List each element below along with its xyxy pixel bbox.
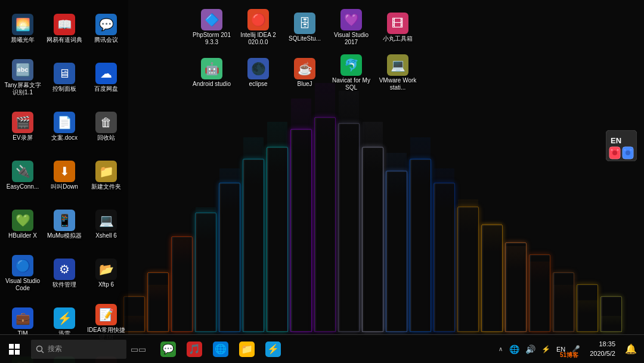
desktop-icon[interactable]: 💻Xshell 6 [86,201,126,248]
viz-bar [314,117,336,332]
svg-point-8 [624,149,626,151]
task-view-button[interactable]: ▭▭ [126,335,150,364]
desktop-icon[interactable]: 🎬EV录屏 [2,103,43,150]
blog-badge: 51博客 [560,351,578,359]
icon-image: 🔵 [12,255,33,276]
pinned-app[interactable]: 🌐 [208,335,234,364]
icon-label: PhpStorm 2019.3.3 [193,32,231,46]
pinned-app[interactable]: ⚡ [260,335,286,364]
icon-label: 回收站 [97,134,115,141]
desktop-icon[interactable]: ⬇叫叫Down [44,152,85,199]
viz-bar [338,123,360,332]
tray-network[interactable]: 🌐 [507,335,521,364]
desktop-icon[interactable]: 🌑eclipse [235,50,281,96]
viz-bar [600,296,622,332]
icon-label: MuMu模拟器 [47,232,82,239]
taskbar-search[interactable]: 搜索 [31,340,126,359]
viz-bar [290,129,312,332]
viz-bar [267,147,288,332]
icon-image: 📝 [95,304,117,325]
icon-label: EasyConn... [7,183,39,190]
desktop-icon[interactable]: 🖥控制面板 [44,54,85,101]
icon-label: 网易有道词典 [47,36,82,44]
icon-image: 🗄 [294,13,315,34]
pinned-app[interactable]: 📁 [234,335,260,364]
desktop-icon[interactable]: 📄文案.docx [44,103,85,150]
viz-bar [171,236,193,332]
desktop-icon[interactable]: 🗄SQLiteStu... [281,5,328,50]
icon-image: 🤖 [201,58,222,79]
svg-point-7 [617,149,619,151]
icon-image: 💼 [12,307,33,329]
system-clock[interactable]: 18:35 2020/5/2 [585,340,620,358]
desktop-icon[interactable]: 💚HBuilder X [2,201,43,248]
input-method-indicator: EN [606,130,637,161]
icon-image: ⬇ [54,161,75,182]
viz-bar [195,213,216,332]
icon-label: 腾讯会议 [94,36,118,44]
desktop-icon[interactable]: 🗑回收站 [86,103,126,150]
desktop-icon[interactable]: 💻VMware Workstati... [374,50,421,96]
tray-chevron[interactable]: ∧ [496,335,505,364]
start-button[interactable] [0,335,29,364]
icon-image: 🔌 [12,161,33,182]
notification-center[interactable]: 🔔 [623,335,639,364]
icon-label: Visual Studio 2017 [332,32,370,46]
desktop-icon[interactable]: 🎞小丸工具箱 [374,5,421,50]
desktop-icon[interactable]: 🤖Android studio [188,50,235,96]
svg-point-6 [611,149,613,151]
desktop-icon[interactable]: 💬腾讯会议 [86,5,126,53]
desktop-icon[interactable]: 🔤Tany屏幕文字识别1.1 [2,54,43,101]
desktop-icon[interactable]: 🔴Intellij IDEA 2020.0.0 [235,5,281,50]
icon-label: Intellij IDEA 2020.0.0 [239,32,277,46]
pinned-app[interactable]: 🎵 [181,335,208,364]
svg-point-14 [37,346,42,351]
icon-label: EV录屏 [13,134,32,141]
svg-rect-11 [15,344,20,349]
icon-image: 📖 [54,14,75,35]
icon-image: 💻 [95,210,117,231]
icon-label: Android studio [193,81,231,88]
icon-label: 小丸工具箱 [383,35,413,42]
icon-label: 控制面板 [52,85,76,93]
desktop-icon[interactable]: 📂Xftp 6 [86,250,126,297]
icon-image: 🔷 [201,9,222,30]
icon-image: 💬 [95,14,117,35]
icon-image: ⚙ [54,259,75,280]
taskbar: 搜索 ▭▭ 💬🎵🌐📁⚡ ∧ 🌐 🔊 ⚡ EN 🎤 18:35 2020/5/2 … [0,334,644,363]
desktop-icon[interactable]: ☕BlueJ [281,50,328,96]
icon-label: Xftp 6 [98,281,114,288]
search-icon [36,345,44,353]
icon-image: 📱 [54,210,75,231]
icon-image: 🐬 [340,54,362,76]
icon-label: 文案.docx [51,134,78,141]
desktop-icon[interactable]: 📖网易有道词典 [44,5,85,53]
svg-rect-12 [9,350,14,355]
viz-bar [243,159,264,332]
tray-volume[interactable]: 🔊 [524,335,537,364]
desktop-icon[interactable]: 🔌EasyConn... [2,152,43,199]
desktop-icon[interactable]: 💜Visual Studio 2017 [328,5,374,50]
viz-bar [457,207,479,332]
viz-bar [553,272,574,332]
tray-battery[interactable]: ⚡ [540,335,552,364]
desktop-icon[interactable]: ☁百度网盘 [86,54,126,101]
pinned-apps: 💬🎵🌐📁⚡ [155,335,286,364]
desktop-icon[interactable]: 📁新建文件夹 [86,152,126,199]
desktop-icon[interactable]: 📱MuMu模拟器 [44,201,85,248]
viz-bar [386,171,407,332]
desktop-icons: 🌅晨曦光年📖网易有道词典💬腾讯会议🔤Tany屏幕文字识别1.1🖥控制面板☁百度网… [0,0,131,340]
desktop-icon[interactable]: 🐬Navicat for MySQL [328,50,374,96]
icon-image: ☕ [294,58,315,79]
desktop-icon[interactable]: ⚙软件管理 [44,250,85,297]
icon-image: ☁ [95,63,117,84]
desktop-icon[interactable]: 🌅晨曦光年 [2,5,43,53]
svg-point-9 [630,149,632,151]
icon-label: HBuilder X [8,232,37,239]
desktop-icon[interactable]: 🔵Visual Studio Code [2,250,43,297]
desktop-icon[interactable]: 🔷PhpStorm 2019.3.3 [188,5,235,50]
icon-label: SQLiteStu... [289,35,321,42]
pinned-app[interactable]: 💬 [155,335,181,364]
search-placeholder: 搜索 [48,344,62,354]
icon-image: 🎞 [387,13,408,34]
